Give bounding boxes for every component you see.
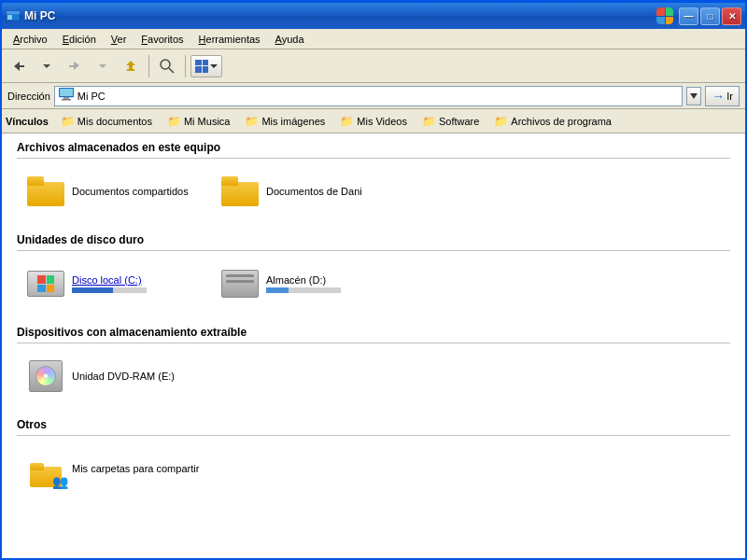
- link-mi-musica[interactable]: 📁 Mi Musica: [161, 112, 237, 131]
- others-grid: 👥 Mis carpetas para compartir: [17, 441, 730, 499]
- separator-2: [185, 55, 186, 77]
- label-drive-c: Disco local (C:): [72, 274, 147, 286]
- window-title: Mi PC: [24, 9, 655, 22]
- section-others: Otros 👥 Mis carpetas para compartir: [2, 411, 745, 503]
- item-drive-d[interactable]: Almacén (D:): [215, 260, 402, 307]
- section-removable: Dispositivos con almacenamiento extraíbl…: [2, 318, 745, 411]
- svg-rect-9: [62, 99, 71, 101]
- toolbar: [2, 49, 745, 83]
- stored-files-grid: Documentos compartidos Documentos de Dan…: [17, 164, 730, 222]
- svg-point-4: [161, 60, 170, 69]
- progress-bar-drive-c: [72, 287, 113, 293]
- hdd-icon-c: [27, 265, 64, 302]
- links-label: Vínculos: [6, 116, 49, 127]
- menu-herramientas[interactable]: Herramientas: [191, 32, 268, 47]
- minimize-button[interactable]: —: [679, 7, 698, 25]
- link-mis-documentos[interactable]: 📁 Mis documentos: [54, 112, 159, 131]
- link-label-mis-imagenes: Mis imágenes: [261, 116, 325, 127]
- go-button[interactable]: → Ir: [705, 86, 740, 106]
- go-arrow-icon: →: [712, 89, 725, 104]
- link-label-mi-musica: Mi Musica: [184, 116, 231, 127]
- addressbar-dropdown[interactable]: [686, 87, 701, 105]
- label-shared-docs: Documentos compartidos: [72, 186, 189, 197]
- separator-1: [148, 55, 149, 77]
- progress-bar-drive-d: [266, 287, 289, 293]
- folder-icon-mis-documentos: 📁: [61, 115, 75, 128]
- folder-icon-archivos-programa: 📁: [494, 115, 508, 128]
- link-drive-c[interactable]: Disco local (C:): [72, 274, 142, 286]
- forward-button[interactable]: [62, 53, 88, 79]
- link-archivos-programa[interactable]: 📁 Archivos de programa: [487, 112, 618, 131]
- linksbar: Vínculos 📁 Mis documentos 📁 Mi Musica 📁 …: [2, 109, 745, 133]
- xp-logo: [655, 6, 675, 26]
- folder-icon-mi-musica: 📁: [167, 115, 181, 128]
- link-label-mis-documentos: Mis documentos: [78, 116, 152, 127]
- maximize-button[interactable]: □: [700, 7, 720, 25]
- label-dani-docs: Documentos de Dani: [266, 186, 362, 197]
- folder-icon-mis-videos: 📁: [340, 115, 354, 128]
- up-button[interactable]: [118, 53, 144, 79]
- item-drive-c[interactable]: Disco local (C:): [21, 260, 207, 307]
- menu-edicion[interactable]: Edición: [55, 32, 104, 47]
- titlebar-buttons: — □ ✕: [679, 7, 741, 25]
- section-title-others: Otros: [17, 418, 730, 436]
- item-shared-folders[interactable]: 👥 Mis carpetas para compartir: [21, 445, 207, 492]
- computer-icon: [59, 88, 74, 104]
- link-software[interactable]: 📁 Software: [416, 112, 486, 131]
- label-shared-folders: Mis carpetas para compartir: [72, 463, 199, 474]
- addressbar-label: Dirección: [7, 91, 50, 102]
- label-dvd-e: Unidad DVD-RAM (E:): [72, 371, 175, 382]
- forward-dropdown[interactable]: [90, 53, 116, 79]
- people-icon: 👥: [52, 474, 68, 489]
- close-button[interactable]: ✕: [722, 7, 741, 25]
- search-button[interactable]: [154, 53, 180, 79]
- svg-rect-1: [7, 11, 20, 14]
- menubar: Archivo Edición Ver Favoritos Herramient…: [2, 29, 745, 49]
- svg-line-5: [169, 68, 174, 73]
- link-label-mis-videos: Mis Videos: [357, 116, 407, 127]
- link-label-software: Software: [439, 116, 479, 127]
- addressbar-value: Mi PC: [78, 91, 678, 102]
- progress-drive-c: [72, 287, 147, 293]
- section-hard-drives: Unidades de disco duro Disco local (C:): [2, 226, 745, 318]
- addressbar-input[interactable]: Mi PC: [54, 86, 683, 106]
- hard-drives-grid: Disco local (C:) Almacén (D:): [17, 257, 730, 315]
- item-dani-docs[interactable]: Documentos de Dani: [215, 168, 402, 215]
- back-button[interactable]: [6, 53, 32, 79]
- link-mis-videos[interactable]: 📁 Mis Videos: [333, 112, 414, 131]
- svg-rect-3: [127, 69, 134, 71]
- svg-rect-8: [63, 97, 69, 99]
- link-mis-imagenes[interactable]: 📁 Mis imágenes: [238, 112, 331, 131]
- label-drive-d: Almacén (D:): [266, 274, 341, 286]
- menu-favoritos[interactable]: Favoritos: [134, 32, 190, 47]
- shared-folder-icon: 👥: [27, 450, 64, 487]
- link-label-archivos-programa: Archivos de programa: [511, 116, 612, 127]
- svg-rect-2: [7, 15, 12, 20]
- folder-icon-mis-imagenes: 📁: [245, 115, 259, 128]
- folder-icon-shared-docs: [27, 173, 64, 210]
- content-area: Archivos almacenados en este equipo Docu…: [2, 133, 745, 558]
- menu-ayuda[interactable]: Ayuda: [268, 32, 312, 47]
- go-label: Ir: [726, 91, 733, 102]
- item-shared-docs[interactable]: Documentos compartidos: [21, 168, 207, 215]
- folder-icon-dani-docs: [221, 173, 259, 210]
- progress-drive-d: [266, 287, 341, 293]
- dvd-icon-e: [27, 357, 64, 395]
- removable-grid: Unidad DVD-RAM (E:): [17, 349, 730, 407]
- section-stored-files: Archivos almacenados en este equipo Docu…: [2, 133, 745, 226]
- hdd-icon-d: [221, 265, 259, 302]
- section-title-removable: Dispositivos con almacenamiento extraíbl…: [17, 326, 730, 343]
- titlebar: Mi PC — □ ✕: [2, 3, 745, 29]
- item-dvd-e[interactable]: Unidad DVD-RAM (E:): [21, 353, 207, 399]
- svg-rect-7: [60, 89, 73, 96]
- folder-icon-software: 📁: [422, 115, 436, 128]
- views-button[interactable]: [190, 55, 222, 77]
- menu-ver[interactable]: Ver: [104, 32, 134, 47]
- addressbar: Dirección Mi PC → Ir: [2, 83, 745, 109]
- section-title-hard-drives: Unidades de disco duro: [17, 233, 730, 251]
- back-dropdown[interactable]: [34, 53, 60, 79]
- window-icon: [6, 8, 21, 23]
- window: Mi PC — □ ✕ Archivo Edición Ver Favorito…: [0, 0, 747, 560]
- menu-archivo[interactable]: Archivo: [6, 32, 55, 47]
- section-title-stored-files: Archivos almacenados en este equipo: [17, 141, 730, 159]
